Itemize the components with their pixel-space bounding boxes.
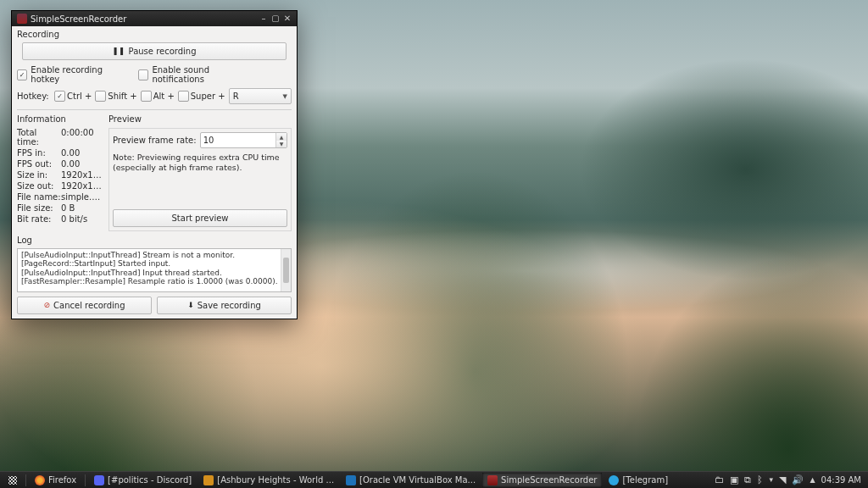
log-line: [PulseAudioInput::InputThread] Input thr… xyxy=(21,269,287,277)
preview-panel: Preview frame rate: 10 ▲ ▼ Note: Preview… xyxy=(108,128,292,231)
shift-checkbox[interactable]: Shift + xyxy=(95,91,136,102)
information-section-label: Information xyxy=(17,114,102,124)
taskbar-item-label: Firefox xyxy=(48,475,76,485)
virtualbox-icon xyxy=(346,475,356,485)
super-checkbox[interactable]: Super + xyxy=(178,91,225,102)
checkbox-icon xyxy=(54,91,65,102)
size-in-label: Size in: xyxy=(17,170,61,180)
alt-checkbox[interactable]: Alt + xyxy=(141,91,175,102)
hotkey-key-select[interactable]: R ▼ xyxy=(229,88,292,104)
taskbar-item-firefox[interactable]: Firefox xyxy=(30,473,81,487)
minimize-button[interactable]: – xyxy=(258,13,270,25)
preview-frame-rate-label: Preview frame rate: xyxy=(113,136,197,145)
log-scrollbar[interactable] xyxy=(281,249,291,291)
preview-frame-rate-input[interactable]: 10 ▲ ▼ xyxy=(200,132,287,148)
taskbar-item-label: [#politics - Discord] xyxy=(108,475,192,485)
preview-note: Note: Previewing requires extra CPU time… xyxy=(113,152,287,173)
chevron-down-icon: ▼ xyxy=(283,93,287,100)
hotkey-label: Hotkey: xyxy=(17,92,51,101)
app-window: SimpleScreenRecorder – ▢ ✕ Recording ❚❚ … xyxy=(11,10,298,319)
bit-rate-value: 0 bit/s xyxy=(61,214,102,224)
recording-section-label: Recording xyxy=(17,30,292,39)
telegram-icon xyxy=(609,475,619,485)
size-out-value: 1920x1080 xyxy=(61,181,102,191)
maximize-button[interactable]: ▢ xyxy=(270,13,281,25)
size-in-value: 1920x1080 xyxy=(61,170,102,180)
checkbox-icon xyxy=(17,69,27,80)
pause-recording-button[interactable]: ❚❚ Pause recording xyxy=(22,42,287,60)
taskbar-item-label: [Ashbury Heights - World ... xyxy=(217,475,334,485)
spin-up-icon[interactable]: ▲ xyxy=(276,133,287,141)
titlebar[interactable]: SimpleScreenRecorder – ▢ ✕ xyxy=(12,11,297,26)
taskbar-item-virtualbox[interactable]: [Oracle VM VirtualBox Ma... xyxy=(341,473,481,487)
taskbar-item-telegram[interactable]: [Telegram] xyxy=(604,473,673,487)
log-box[interactable]: [PulseAudioInput::InputThread] Stream is… xyxy=(17,248,292,292)
taskbar-item-label: SimpleScreenRecorder xyxy=(501,475,597,485)
start-preview-label: Start preview xyxy=(171,214,228,223)
cancel-recording-label: Cancel recording xyxy=(53,301,125,310)
cancel-recording-button[interactable]: ⊘ Cancel recording xyxy=(17,297,152,314)
cancel-icon: ⊘ xyxy=(43,302,50,309)
log-line: [PulseAudioInput::InputThread] Stream is… xyxy=(21,251,287,259)
file-size-label: File size: xyxy=(17,203,61,213)
firefox-icon xyxy=(35,475,45,485)
pause-icon: ❚❚ xyxy=(112,47,125,55)
camera-tray-icon[interactable]: ▣ xyxy=(730,475,738,485)
network-tray-icon[interactable]: ▾ xyxy=(769,476,773,484)
fps-out-label: FPS out: xyxy=(17,159,61,169)
alt-label: Alt + xyxy=(153,92,175,101)
information-grid: Total time: 0:00:00 FPS in: 0.00 FPS out… xyxy=(17,128,102,224)
log-section-label: Log xyxy=(17,236,292,245)
discord-icon xyxy=(94,475,104,485)
dropbox-tray-icon[interactable]: ⧉ xyxy=(744,475,751,485)
file-size-value: 0 B xyxy=(61,203,102,213)
size-out-label: Size out: xyxy=(17,181,61,191)
close-button[interactable]: ✕ xyxy=(281,13,293,25)
log-line: [PageRecord::StartInput] Started input. xyxy=(21,259,287,268)
wifi-tray-icon[interactable]: ◥ xyxy=(779,475,786,485)
total-time-value: 0:00:00 xyxy=(61,128,102,147)
preview-frame-rate-value: 10 xyxy=(203,136,214,145)
taskbar-item-label: [Telegram] xyxy=(622,475,668,485)
shift-label: Shift + xyxy=(108,92,136,101)
bluetooth-tray-icon[interactable]: ᛒ xyxy=(757,475,763,485)
checkbox-icon xyxy=(138,69,148,80)
sound-notifications-checkbox[interactable]: Enable sound notifications xyxy=(138,65,258,84)
app-icon xyxy=(17,14,27,24)
spin-down-icon[interactable]: ▼ xyxy=(276,141,287,148)
app-launcher-button[interactable] xyxy=(3,473,22,487)
volume-tray-icon[interactable]: 🔊 xyxy=(792,475,804,485)
taskbar-item-label: [Oracle VM VirtualBox Ma... xyxy=(359,475,476,485)
start-preview-button[interactable]: Start preview xyxy=(113,209,287,227)
clock[interactable]: 04:39 AM xyxy=(821,475,861,485)
folder-tray-icon[interactable]: 🗀 xyxy=(715,475,724,485)
taskbar-item-ssr[interactable]: SimpleScreenRecorder xyxy=(482,473,602,487)
fps-out-value: 0.00 xyxy=(61,159,102,169)
super-label: Super + xyxy=(191,92,225,101)
preview-section-label: Preview xyxy=(108,114,292,124)
checkbox-icon xyxy=(178,91,189,102)
media-player-icon xyxy=(203,475,214,485)
save-recording-button[interactable]: ⬇ Save recording xyxy=(157,297,292,314)
total-time-label: Total time: xyxy=(17,128,61,147)
chevron-up-tray-icon[interactable]: ▲ xyxy=(810,477,815,484)
pause-recording-label: Pause recording xyxy=(129,47,197,56)
launcher-icon xyxy=(8,476,17,485)
enable-hotkey-checkbox[interactable]: Enable recording hotkey xyxy=(17,65,128,84)
log-line: [FastResampler::Resample] Resample ratio… xyxy=(21,277,287,286)
checkbox-icon xyxy=(95,91,106,102)
divider xyxy=(17,109,292,110)
sound-notifications-label: Enable sound notifications xyxy=(152,65,258,84)
taskbar-item-media[interactable]: [Ashbury Heights - World ... xyxy=(198,473,339,487)
taskbar-item-discord[interactable]: [#politics - Discord] xyxy=(89,473,197,487)
hotkey-key-value: R xyxy=(233,92,239,101)
enable-hotkey-label: Enable recording hotkey xyxy=(31,65,128,84)
ctrl-label: Ctrl + xyxy=(67,92,92,101)
fps-in-value: 0.00 xyxy=(61,148,102,158)
checkbox-icon xyxy=(141,91,152,102)
file-name-value: simple...11.mp4 xyxy=(61,192,102,202)
file-name-label: File name: xyxy=(17,192,61,202)
ctrl-checkbox[interactable]: Ctrl + xyxy=(54,91,92,102)
taskbar-separator xyxy=(25,474,26,486)
taskbar: Firefox [#politics - Discord] [Ashbury H… xyxy=(0,471,868,488)
